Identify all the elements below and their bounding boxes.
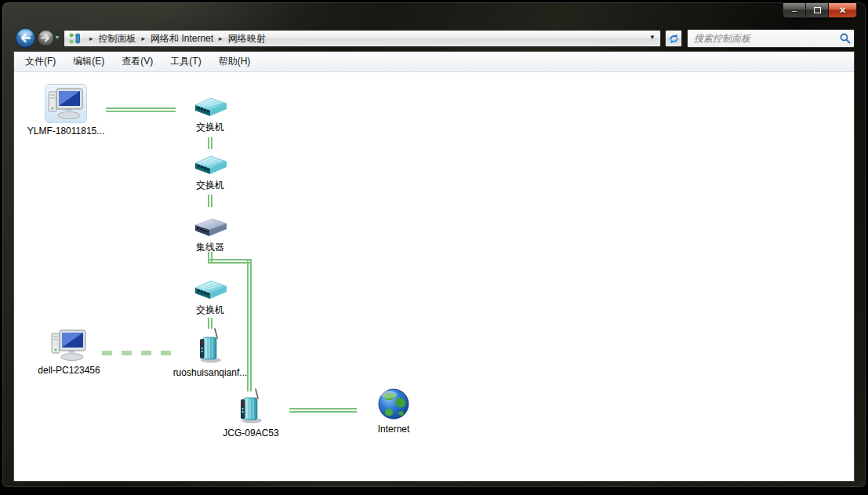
node-local-computer[interactable]: YLMF-18011815... — [15, 84, 117, 136]
menu-edit[interactable]: 编辑(E) — [73, 55, 104, 68]
back-button[interactable] — [15, 27, 36, 52]
search-button[interactable] — [837, 33, 854, 44]
node-label: 交换机 — [196, 304, 224, 317]
node-label: ruoshuisanqianf... — [173, 367, 248, 378]
computer-icon — [51, 328, 87, 362]
maximize-button[interactable] — [806, 3, 829, 17]
network-link — [208, 259, 252, 264]
node-wireless-ap[interactable]: ruoshuisanqianf... — [159, 327, 261, 378]
explorer-window: – × ▾ — [2, 2, 866, 488]
node-switch-2[interactable]: 交换机 — [159, 154, 261, 192]
menu-view[interactable]: 查看(V) — [122, 55, 153, 68]
node-remote-computer[interactable]: dell-PC123456 — [18, 328, 120, 376]
wireless-router-icon — [235, 388, 267, 425]
node-switch-1[interactable]: 交换机 — [159, 96, 261, 134]
breadcrumb[interactable]: ▸ 控制面板 ▸ 网络和 Internet ▸ 网络映射 ▼ — [64, 30, 661, 47]
refresh-icon — [668, 33, 680, 45]
title-bar[interactable]: – × — [2, 2, 866, 26]
node-label: 交换机 — [196, 121, 224, 134]
menu-tools[interactable]: 工具(T) — [170, 55, 201, 68]
breadcrumb-separator-icon: ▸ — [219, 35, 223, 42]
node-switch-3[interactable]: 交换机 — [159, 278, 261, 317]
switch-icon — [192, 278, 228, 301]
search-icon — [840, 33, 851, 44]
address-bar: ▾ ▸ 控制面板 ▸ 网络和 Internet ▸ 网络映射 ▼ — [2, 26, 866, 51]
window-controls: – × — [783, 2, 857, 18]
node-label: 集线器 — [196, 241, 224, 254]
chevron-down-icon: ▾ — [56, 34, 59, 41]
node-hub[interactable]: 集线器 — [159, 217, 261, 254]
network-link — [208, 137, 212, 149]
menu-file[interactable]: 文件(F) — [25, 55, 56, 68]
node-internet[interactable]: Internet — [343, 388, 445, 435]
node-label: 交换机 — [196, 179, 224, 192]
network-map-canvas: YLMF-18011815... 交换机 — [14, 72, 854, 481]
wireless-router-icon — [194, 327, 226, 365]
dropdown-arrow-icon: ▼ — [649, 34, 656, 41]
switch-icon — [192, 96, 228, 118]
network-map-icon — [68, 32, 82, 45]
minimize-button[interactable]: – — [783, 3, 806, 17]
breadcrumb-item-control-panel[interactable]: 控制面板 — [99, 32, 136, 45]
computer-icon — [48, 87, 84, 120]
breadcrumb-separator-icon: ▸ — [89, 35, 93, 42]
window-client-area: 文件(F) 编辑(E) 查看(V) 工具(T) 帮助(H) — [13, 51, 855, 482]
forward-icon — [37, 29, 55, 47]
breadcrumb-item-network-internet[interactable]: 网络和 Internet — [151, 32, 213, 45]
highlight-tile — [45, 84, 87, 123]
search-box — [687, 29, 855, 48]
node-gateway-router[interactable]: JCG-09AC53 — [200, 388, 302, 439]
network-link — [208, 195, 212, 207]
close-button[interactable]: × — [829, 3, 856, 17]
node-label: JCG-09AC53 — [223, 428, 278, 439]
node-label: YLMF-18011815... — [27, 126, 105, 136]
address-dropdown-button[interactable]: ▼ — [649, 34, 656, 41]
forward-button[interactable] — [37, 29, 55, 50]
switch-icon — [192, 154, 228, 177]
node-label: Internet — [378, 424, 410, 435]
search-input[interactable] — [688, 33, 837, 44]
refresh-button[interactable] — [665, 30, 682, 47]
maximize-icon — [814, 7, 821, 13]
back-icon — [15, 27, 36, 49]
breadcrumb-item-network-map[interactable]: 网络映射 — [228, 32, 266, 45]
menu-help[interactable]: 帮助(H) — [219, 55, 251, 68]
hub-icon — [192, 217, 228, 238]
recent-pages-chevron[interactable]: ▾ — [56, 34, 59, 41]
node-label: dell-PC123456 — [38, 365, 100, 376]
menu-bar: 文件(F) 编辑(E) 查看(V) 工具(T) 帮助(H) — [14, 52, 854, 72]
close-icon: × — [839, 5, 845, 16]
minimize-icon: – — [792, 6, 797, 15]
breadcrumb-separator-icon: ▸ — [142, 35, 146, 42]
internet-globe-icon — [377, 388, 410, 421]
